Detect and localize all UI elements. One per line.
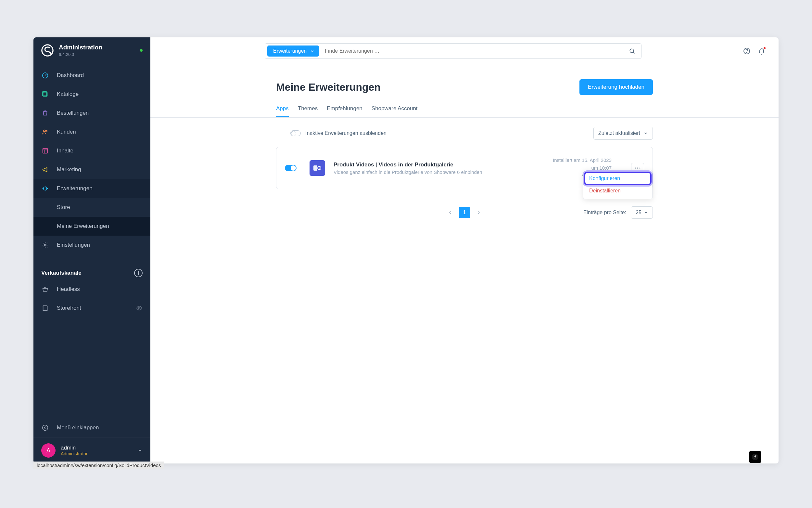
nav-content[interactable]: Inhalte — [34, 141, 150, 160]
avatar: A — [41, 443, 55, 458]
sort-select[interactable]: Zuletzt aktualisiert — [593, 127, 653, 140]
chevron-left-circle-icon — [41, 424, 49, 432]
svg-rect-6 — [43, 148, 48, 153]
per-page-select[interactable]: 25 — [631, 206, 653, 219]
nav-settings-label: Einstellungen — [57, 242, 90, 248]
svg-point-5 — [45, 130, 47, 132]
nav-catalogs[interactable]: Kataloge — [34, 85, 150, 104]
nav-dashboard-label: Dashboard — [57, 72, 84, 79]
megaphone-icon — [41, 166, 49, 174]
pager-page-1[interactable]: 1 — [459, 207, 470, 218]
context-uninstall[interactable]: Deinstallieren — [583, 184, 652, 197]
search-box: Erweiterungen — [265, 43, 641, 59]
status-indicator — [140, 49, 143, 52]
user-menu[interactable]: A admin Administrator — [34, 437, 150, 463]
nav-dashboard[interactable]: Dashboard — [34, 66, 150, 85]
per-page-value: 25 — [636, 210, 641, 215]
nav-orders[interactable]: Bestellungen — [34, 104, 150, 123]
collapse-menu[interactable]: Menü einklappen — [34, 418, 150, 437]
app-window: Administration 6.4.20.0 Dashboard Katalo… — [34, 37, 778, 463]
search-icon[interactable] — [623, 48, 641, 54]
sidebar-header: Administration 6.4.20.0 — [34, 37, 150, 63]
svg-point-4 — [44, 130, 45, 132]
nav-marketing[interactable]: Marketing — [34, 160, 150, 179]
symfony-toolbar-icon[interactable] — [749, 451, 761, 463]
pager-next[interactable] — [473, 207, 484, 218]
basket-icon — [41, 285, 49, 293]
main-nav: Dashboard Kataloge Bestellungen Kunden I… — [34, 63, 150, 254]
pager-prev[interactable] — [445, 207, 456, 218]
layout-icon — [41, 147, 49, 155]
chevron-up-icon — [137, 448, 143, 453]
plug-icon — [41, 184, 49, 193]
svg-point-13 — [747, 52, 747, 53]
nav-catalogs-label: Kataloge — [57, 91, 79, 97]
users-icon — [41, 128, 49, 136]
svg-point-11 — [630, 49, 634, 53]
user-role: Administrator — [61, 451, 87, 456]
svg-rect-7 — [44, 187, 46, 190]
tab-account[interactable]: Shopware Account — [372, 105, 418, 117]
channels-header-label: Verkaufskanäle — [41, 270, 82, 276]
search-tag-label: Erweiterungen — [273, 48, 306, 54]
nav-customers[interactable]: Kunden — [34, 123, 150, 141]
channel-storefront[interactable]: Storefront — [34, 299, 150, 318]
svg-point-16 — [319, 168, 320, 169]
tab-themes[interactable]: Themes — [298, 105, 318, 117]
collapse-label: Menü einklappen — [57, 424, 99, 431]
channel-headless[interactable]: Headless — [34, 280, 150, 299]
eye-icon[interactable] — [136, 305, 143, 311]
extension-icon — [309, 160, 325, 176]
svg-rect-14 — [314, 165, 317, 171]
list-toolbar: Inaktive Erweiterungen ausblenden Zuletz… — [276, 118, 653, 147]
hide-inactive-label: Inaktive Erweiterungen ausblenden — [305, 130, 386, 136]
search-input[interactable] — [319, 48, 623, 54]
help-icon[interactable] — [743, 47, 751, 55]
tab-recommendations[interactable]: Empfehlungen — [327, 105, 363, 117]
hide-inactive-toggle[interactable] — [290, 130, 301, 136]
nav-store[interactable]: Store — [34, 198, 150, 217]
bag-icon — [41, 109, 49, 117]
channel-storefront-label: Storefront — [57, 305, 81, 311]
svg-point-18 — [637, 167, 638, 168]
shopware-logo — [41, 44, 54, 56]
nav-extensions[interactable]: Erweiterungen — [34, 179, 150, 198]
context-configure[interactable]: Konfigurieren — [585, 173, 650, 184]
app-version: 6.4.20.0 — [59, 52, 140, 57]
nav-customers-label: Kunden — [57, 129, 76, 135]
svg-point-8 — [44, 244, 46, 246]
svg-point-17 — [635, 167, 636, 168]
extension-installed-date: Installiert am 15. April 2023 — [553, 156, 612, 164]
pagination: 1 Einträge pro Seite: 25 — [276, 206, 653, 219]
content: Meine Erweiterungen Erweiterung hochlade… — [150, 65, 778, 463]
extension-description: Videos ganz einfach in die Produktgaleri… — [334, 169, 553, 175]
user-name: admin — [61, 444, 87, 451]
nav-settings[interactable]: Einstellungen — [34, 236, 150, 254]
notifications-icon[interactable] — [758, 47, 766, 55]
browser-url-preview: localhost/admin#/sw/extension/config/Sol… — [34, 462, 164, 469]
add-channel-button[interactable] — [134, 269, 143, 277]
nav-orders-label: Bestellungen — [57, 110, 89, 116]
tabs: Apps Themes Empfehlungen Shopware Accoun… — [276, 105, 653, 117]
gauge-icon — [41, 72, 49, 79]
svg-point-0 — [42, 45, 53, 56]
notification-badge — [763, 46, 766, 50]
svg-point-10 — [43, 425, 48, 431]
extension-active-toggle[interactable] — [285, 165, 296, 171]
sort-label: Zuletzt aktualisiert — [598, 130, 640, 136]
storefront-icon — [41, 304, 49, 312]
channel-headless-label: Headless — [57, 286, 80, 293]
svg-point-9 — [139, 307, 140, 309]
extension-card: Produkt Videos | Videos in der Produktga… — [276, 147, 653, 189]
nav-my-extensions[interactable]: Meine Erweiterungen — [34, 217, 150, 236]
box-icon — [41, 90, 49, 98]
context-menu: Konfigurieren Deinstallieren — [583, 170, 653, 199]
tab-apps[interactable]: Apps — [276, 105, 289, 117]
search-scope-tag[interactable]: Erweiterungen — [267, 45, 319, 56]
gear-icon — [41, 241, 49, 249]
upload-extension-button[interactable]: Erweiterung hochladen — [579, 79, 653, 95]
channels-header: Verkaufskanäle — [34, 269, 150, 277]
sidebar: Administration 6.4.20.0 Dashboard Katalo… — [34, 37, 150, 463]
nav-content-label: Inhalte — [57, 147, 74, 154]
nav-marketing-label: Marketing — [57, 166, 81, 173]
